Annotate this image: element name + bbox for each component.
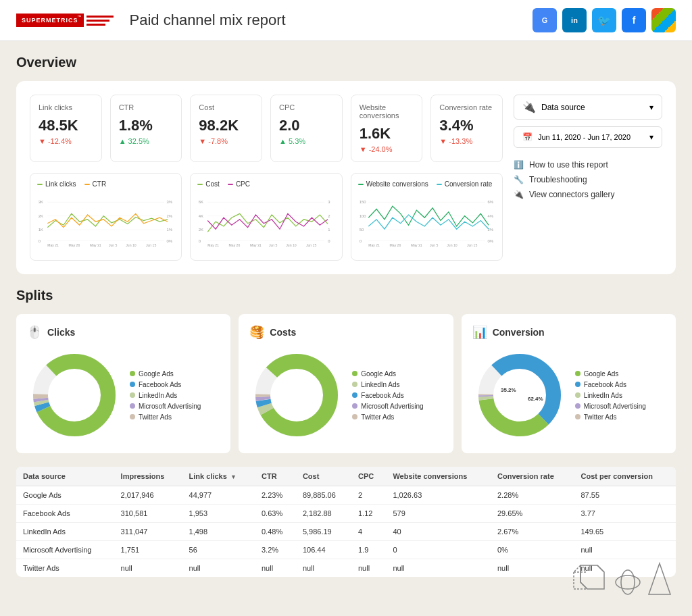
col-website-conv[interactable]: Website conversions xyxy=(386,467,491,486)
col-cost-per-conv[interactable]: Cost per conversion xyxy=(574,467,676,486)
svg-point-85 xyxy=(621,570,635,594)
trademark-symbol: ™ xyxy=(78,15,82,19)
facebook-icon[interactable]: f xyxy=(622,8,646,32)
logo-area: SUPERMETRICS ™ xyxy=(16,14,114,27)
chart3-legend: Website conversions Conversion rate xyxy=(358,180,495,188)
svg-text:Jun 5: Jun 5 xyxy=(430,243,439,247)
svg-text:Jun 5: Jun 5 xyxy=(269,243,278,247)
chart-link-clicks-ctr: Link clicks CTR 3K 2K 1K xyxy=(30,173,182,261)
legend-conv-rate: Conversion rate xyxy=(437,180,493,188)
kpi-ctr-label: CTR xyxy=(119,103,174,111)
cell-wc-facebook: 579 xyxy=(386,505,491,523)
col-cpc[interactable]: CPC xyxy=(351,467,386,486)
conv-google-dot xyxy=(575,371,580,376)
svg-line-79 xyxy=(580,582,587,589)
legend-conv-rate-label: Conversion rate xyxy=(445,180,493,188)
svg-text:May 26: May 26 xyxy=(389,243,401,247)
data-source-button[interactable]: 🔌 Data source ▾ xyxy=(514,95,662,120)
costs-card: 🥞 Costs 91.6% xyxy=(239,314,453,453)
microsoft-icon[interactable] xyxy=(651,8,676,32)
cell-ctr-facebook: 0.63% xyxy=(255,505,296,523)
kpi-cost-label: Cost xyxy=(199,103,253,111)
conv-legend-microsoft: Microsoft Advertising xyxy=(575,403,646,410)
cell-cr-google: 2.28% xyxy=(491,486,574,505)
svg-text:4K: 4K xyxy=(199,214,203,218)
clicks-icon: 🖱️ xyxy=(27,325,42,340)
svg-text:Jun 15: Jun 15 xyxy=(467,243,477,247)
cell-cpc-facebook: 1.12 xyxy=(351,505,386,523)
date-range-button[interactable]: 📅 Jun 11, 2020 - Jun 17, 2020 ▾ xyxy=(514,126,662,148)
col-data-source[interactable]: Data source xyxy=(16,467,114,486)
conv-facebook-label: Facebook Ads xyxy=(584,381,626,388)
kpi-conv-rate-change: ▼ -13.3% xyxy=(439,137,494,145)
linkedin-icon[interactable]: in xyxy=(562,8,587,32)
cell-ctr-linkedin: 0.48% xyxy=(255,523,296,541)
col-conv-rate[interactable]: Conversion rate xyxy=(491,467,574,486)
splits-section: Splits 🖱️ Clicks xyxy=(16,288,676,453)
decorative-shapes xyxy=(570,559,672,596)
logo-box: SUPERMETRICS ™ xyxy=(16,14,84,27)
cell-cost-google: 89,885.06 xyxy=(296,486,351,505)
costs-legend-linkedin: LinkedIn Ads xyxy=(352,381,423,388)
cell-lc-microsoft: 56 xyxy=(182,541,255,559)
costs-donut-svg: 91.6% xyxy=(249,348,344,442)
troubleshooting-link[interactable]: 🔧 Troubleshooting xyxy=(514,175,662,184)
col-ctr[interactable]: CTR xyxy=(255,467,296,486)
clicks-donut-svg: 92.8% xyxy=(27,348,122,442)
svg-text:0: 0 xyxy=(39,239,41,243)
legend-conv-rate-dot xyxy=(437,184,442,185)
costs-microsoft-dot xyxy=(352,403,357,409)
clicks-card: 🖱️ Clicks xyxy=(16,314,230,453)
info-icon: ℹ️ xyxy=(514,160,524,170)
cell-wc-microsoft: 0 xyxy=(386,541,491,559)
svg-text:35.2%: 35.2% xyxy=(501,387,516,393)
svg-text:May 31: May 31 xyxy=(90,243,101,247)
costs-microsoft-label: Microsoft Advertising xyxy=(361,403,423,410)
costs-legend-twitter: Twitter Ads xyxy=(352,413,423,421)
costs-facebook-dot xyxy=(352,392,357,398)
clicks-card-title: 🖱️ Clicks xyxy=(27,325,220,340)
cell-wc-linkedin: 40 xyxy=(386,523,491,541)
conv-legend-facebook: Facebook Ads xyxy=(575,381,646,388)
clicks-facebook-label: Facebook Ads xyxy=(139,381,181,388)
conversion-icon: 📊 xyxy=(472,325,487,340)
costs-google-dot xyxy=(352,371,357,376)
clicks-legend-microsoft: Microsoft Advertising xyxy=(130,403,201,410)
connectors-link[interactable]: 🔌 View connectors gallery xyxy=(514,190,662,199)
conversion-donut-svg: 35.2% 62.4% xyxy=(472,348,567,442)
legend-website-conv: Website conversions xyxy=(358,180,428,188)
cell-cpc-google: 2 xyxy=(351,486,386,505)
twitter-icon[interactable]: 🐦 xyxy=(592,8,616,32)
svg-text:3%: 3% xyxy=(166,200,172,204)
logo-lines xyxy=(86,16,114,26)
svg-text:0: 0 xyxy=(199,239,201,243)
costs-linkedin-dot xyxy=(352,382,357,387)
connectors-label: View connectors gallery xyxy=(529,190,615,199)
svg-text:Jun 5: Jun 5 xyxy=(109,243,118,247)
col-link-clicks[interactable]: Link clicks ▼ xyxy=(182,467,255,486)
conv-microsoft-label: Microsoft Advertising xyxy=(584,403,646,410)
google-ads-icon[interactable]: G xyxy=(533,8,557,32)
svg-text:May 26: May 26 xyxy=(229,243,241,247)
cell-cpc-conv-facebook: 3.77 xyxy=(574,505,676,523)
svg-text:May 31: May 31 xyxy=(411,243,422,247)
kpi-website-conv: Website conversions 1.6K ▼ -24.0% xyxy=(351,95,423,162)
cell-cpc-conv-linkedin: 149.65 xyxy=(574,523,676,541)
svg-line-78 xyxy=(597,565,604,572)
svg-text:May 21: May 21 xyxy=(208,243,220,247)
svg-text:1: 1 xyxy=(328,228,330,232)
date-arrow: ▾ xyxy=(649,132,653,142)
kpi-website-conv-value: 1.6K xyxy=(360,125,414,143)
col-impressions[interactable]: Impressions xyxy=(114,467,182,486)
legend-cpc: CPC xyxy=(228,180,250,188)
how-to-link[interactable]: ℹ️ How to use this report xyxy=(514,160,662,170)
cell-imp-microsoft: 1,751 xyxy=(114,541,182,559)
clicks-donut-area: 92.8% Google Ads Facebook Ads xyxy=(27,348,220,442)
legend-link-clicks-label: Link clicks xyxy=(45,180,76,188)
costs-legend-microsoft: Microsoft Advertising xyxy=(352,403,423,410)
svg-text:62.4%: 62.4% xyxy=(528,396,543,402)
data-source-label: Data source xyxy=(541,103,585,112)
wrench-icon: 🔧 xyxy=(514,175,524,184)
cell-lc-twitter: null xyxy=(182,559,255,578)
col-cost[interactable]: Cost xyxy=(296,467,351,486)
